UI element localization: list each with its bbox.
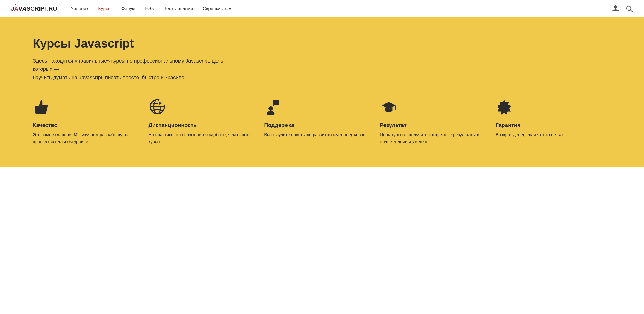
nav-link-forum[interactable]: Форум [121,6,135,11]
dropdown-arrow-icon: ▾ [229,7,231,11]
hero-section: Курсы Javascript Здесь находятся «правил… [0,17,644,167]
user-icon[interactable] [612,5,619,13]
hero-description: Здесь находятся «правильные» курсы по пр… [33,57,240,82]
graduation-icon [380,98,397,115]
feature-distance-title: Дистанционность [149,122,253,128]
feature-quality-title: Качество [33,122,138,128]
feature-support: Поддержка Вы получите советы по развитию… [264,98,380,145]
svg-point-6 [268,106,273,111]
feature-result-desc: Цель курсов - получить конкретные резуль… [380,132,485,145]
hero-title: Курсы Javascript [33,37,611,50]
svg-point-7 [267,111,275,115]
svg-rect-11 [395,105,396,110]
chat-icon [264,98,282,115]
feature-guarantee: Гарантия Возврат денег, если что-то не т… [495,98,611,145]
feature-result: Результат Цель курсов - получить конкрет… [380,98,496,145]
nav-links: Учебник Курсы Форум ES5 Тесты знаний Скр… [70,6,612,11]
svg-marker-10 [382,102,395,109]
nav-link-testy[interactable]: Тесты знаний [164,6,193,11]
svg-line-1 [630,10,632,12]
features-grid: Качество Это самое главное. Мы изучаем р… [33,98,611,145]
feature-support-desc: Вы получите советы по развитию именно дл… [264,132,369,138]
nav-link-uchebnik[interactable]: Учебник [70,6,88,11]
nav-link-kursy[interactable]: Курсы [98,6,111,11]
feature-support-title: Поддержка [264,122,369,128]
site-logo[interactable]: JAVASCRIPT.RU [11,5,57,12]
nav-link-screencasts[interactable]: Скринкасты▾ [203,6,231,11]
svg-rect-8 [273,100,279,105]
globe-icon [149,98,166,115]
nav-link-es5[interactable]: ES5 [145,6,154,11]
navbar: JAVASCRIPT.RU Учебник Курсы Форум ES5 Те… [0,0,644,17]
badge-icon [495,98,513,115]
thumbs-up-icon [33,98,50,115]
feature-guarantee-title: Гарантия [495,122,600,128]
feature-guarantee-desc: Возврат денег, если что-то не так [495,132,600,138]
feature-result-title: Результат [380,122,485,128]
svg-marker-9 [273,105,276,106]
feature-distance-desc: На практике это оказывается удобнее, чем… [149,132,253,145]
feature-quality: Качество Это самое главное. Мы изучаем р… [33,98,149,145]
nav-right-icons [612,5,633,13]
feature-distance: Дистанционность На практике это оказывае… [149,98,264,145]
feature-quality-desc: Это самое главное. Мы изучаем разработку… [33,132,138,145]
search-icon[interactable] [625,5,633,13]
